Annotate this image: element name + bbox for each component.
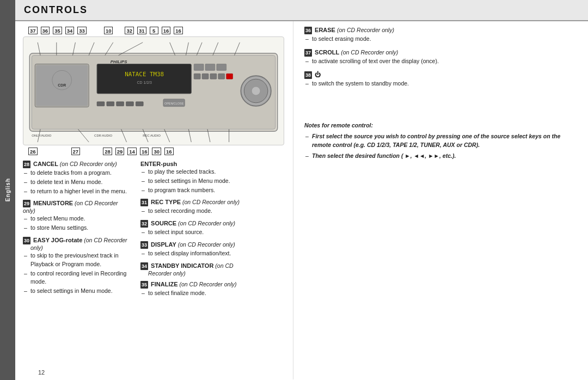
- def-standby-sub2: Recorder only): [140, 270, 271, 277]
- def-source-b1: to select input source.: [140, 228, 271, 237]
- svg-text:CD  1/2/3: CD 1/2/3: [137, 81, 152, 84]
- num-16b: 16: [174, 27, 183, 34]
- num-27: 27: [71, 148, 81, 155]
- def-erase: 36 ERASE (on CD Recorder only) to select…: [304, 27, 579, 44]
- def-cancel: 28 CANCEL (on CD Recorder only) to delet…: [23, 161, 132, 195]
- def-enter-title: ENTER: [140, 161, 161, 167]
- num-37: 37: [28, 27, 38, 34]
- notes-b2: Then select the desired function ( ►, ◄◄…: [304, 151, 579, 160]
- num-badge-29: 29: [23, 200, 30, 207]
- def-easyjog: 30 EASY JOG-rotate (on CD Recorder only)…: [23, 237, 132, 296]
- def-finalize: 35 FINALIZE (on CD Recorder only) to sel…: [140, 281, 271, 298]
- num-33: 33: [77, 27, 87, 34]
- def-finalize-title: FINALIZE: [151, 281, 178, 287]
- svg-rect-22: [107, 102, 114, 106]
- svg-rect-14: [202, 73, 209, 79]
- svg-rect-17: [226, 73, 233, 79]
- svg-rect-21: [97, 102, 105, 106]
- notes-box: Notes for remote control: First select t…: [304, 121, 579, 161]
- svg-text:CDR AUDIO: CDR AUDIO: [94, 134, 112, 137]
- num-34: 34: [65, 27, 75, 34]
- num-badge-34: 34: [140, 262, 148, 270]
- svg-text:PHILIPS: PHILIPS: [111, 59, 127, 64]
- def-col-left: 28 CANCEL (on CD Recorder only) to delet…: [23, 161, 132, 302]
- def-easyjog-rotate: rotate: [66, 237, 83, 243]
- main-content: CONTROLS 37 36 35 34 33 10 32 31 5 16 16: [15, 0, 588, 380]
- def-erase-title: ERASE: [315, 27, 335, 33]
- definitions-area: 28 CANCEL (on CD Recorder only) to delet…: [23, 161, 287, 302]
- def-rectype-title: REC TYPE: [151, 199, 181, 205]
- num-16c: 16: [140, 148, 149, 155]
- num-badge-35: 35: [140, 281, 148, 289]
- num-10: 10: [104, 27, 113, 34]
- def-rectype: 31 REC TYPE (on CD Recorder only) to sel…: [140, 199, 271, 216]
- def-rectype-b1: to select recording mode.: [140, 207, 271, 216]
- def-easyjog-sub: (on CD Recorder: [82, 237, 127, 243]
- def-power-b1: to switch the system to standby mode.: [304, 79, 579, 88]
- svg-rect-10: [194, 64, 204, 71]
- svg-rect-13: [194, 73, 200, 79]
- num-35: 35: [53, 27, 62, 34]
- page-number: 12: [38, 369, 45, 376]
- num-badge-30: 30: [23, 237, 30, 244]
- def-cancel-b3: to return to a higher level in the menu.: [23, 187, 132, 196]
- num-28: 28: [103, 148, 112, 155]
- num-badge-31: 31: [140, 199, 148, 206]
- num-31: 31: [137, 27, 146, 34]
- def-enter: ENTER-push to play the selected tracks. …: [140, 161, 271, 194]
- def-scroll-b1: to activate scrolling of text over the d…: [304, 57, 579, 66]
- def-cancel-title: CANCEL: [33, 161, 58, 167]
- svg-text:ONLY/AUDIO: ONLY/AUDIO: [32, 134, 52, 137]
- left-panel: 37 36 35 34 33 10 32 31 5 16 16: [15, 21, 293, 379]
- def-easyjog-b3: to select settings in Menu mode.: [23, 287, 132, 296]
- def-menustore-b2: to store Menu settings.: [23, 224, 132, 232]
- notes-title: Notes for remote control:: [304, 121, 579, 130]
- def-easyjog-title: EASY JOG-: [33, 237, 66, 243]
- def-enter-b3: to program track numbers.: [140, 186, 271, 195]
- num-badge-32: 32: [140, 220, 148, 228]
- svg-point-20: [252, 87, 260, 95]
- num-badge-33: 33: [140, 241, 148, 249]
- def-enter-push: -push: [161, 161, 177, 167]
- num-30: 30: [152, 148, 161, 155]
- num-badge-36: 36: [304, 27, 312, 34]
- num-36: 36: [41, 27, 50, 34]
- def-cancel-sub: (on CD Recorder only): [58, 161, 117, 167]
- num-16d: 16: [164, 148, 174, 155]
- def-col-center: ENTER-push to play the selected tracks. …: [140, 161, 271, 302]
- svg-rect-11: [205, 64, 215, 71]
- def-scroll-title: SCROLL: [315, 49, 339, 56]
- def-menustore: 29 MENU/STORE (on CD Recorder only) to s…: [23, 200, 132, 232]
- page-header: CONTROLS: [15, 0, 588, 21]
- def-easyjog-sub2: only): [23, 244, 132, 251]
- device-svg: CDR NATACE TM38 CD 1/2/3 PHILIPS: [23, 37, 284, 145]
- svg-rect-6: [97, 64, 191, 94]
- device-diagram: CDR NATACE TM38 CD 1/2/3 PHILIPS: [23, 36, 284, 145]
- def-scroll: 37 SCROLL (on CD Recorder only) to activ…: [304, 49, 579, 66]
- def-display: 33 DISPLAY (on CD Recorder only) to sele…: [140, 241, 271, 258]
- svg-rect-12: [217, 64, 226, 71]
- def-easyjog-b1: to skip to the previous/next track in Pl…: [23, 252, 132, 269]
- notes-b1: First select the source you wish to cont…: [304, 132, 579, 150]
- def-source-title: SOURCE: [151, 220, 176, 226]
- right-panel: 36 ERASE (on CD Recorder only) to select…: [293, 21, 588, 379]
- sidebar: English: [0, 0, 15, 380]
- num-26: 26: [28, 148, 38, 155]
- svg-text:NATACE TM38: NATACE TM38: [125, 71, 164, 78]
- num-5: 5: [150, 27, 158, 34]
- page-title: CONTROLS: [24, 4, 88, 16]
- def-display-b1: to select display information/text.: [140, 249, 271, 258]
- def-finalize-b1: to select finalize mode.: [140, 289, 271, 298]
- def-erase-sub: (on CD Recorder only): [335, 27, 394, 33]
- svg-text:CDR: CDR: [58, 83, 66, 87]
- def-easyjog-b2: to control recording level in Recording …: [23, 269, 132, 287]
- svg-rect-15: [210, 73, 217, 79]
- num-badge-37: 37: [304, 49, 312, 57]
- def-display-title: DISPLAY: [151, 241, 176, 248]
- svg-rect-25: [136, 102, 143, 106]
- bottom-number-row: 26 27 28 29 14 16 30 16: [23, 148, 287, 155]
- content-area: 37 36 35 34 33 10 32 31 5 16 16: [15, 21, 588, 379]
- svg-text:OPEN/CLOSE: OPEN/CLOSE: [164, 102, 184, 105]
- def-rectype-sub: (on CD Recorder only): [181, 199, 240, 205]
- def-display-sub: (on CD Recorder only): [176, 241, 235, 248]
